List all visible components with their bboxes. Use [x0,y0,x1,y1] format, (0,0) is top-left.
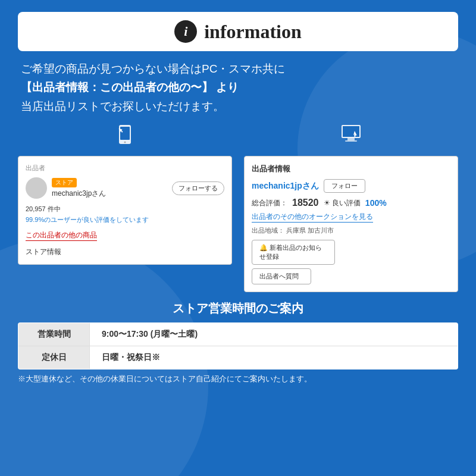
hours-label-2: 定休日 [18,346,90,369]
auction-link[interactable]: 出品者のその他のオークションを見る [252,212,373,223]
desc-line2: 【出品者情報：この出品者の他の〜】 より [21,78,455,96]
page-container: i information ご希望の商品が見つからない場合はPC・スマホ共に 【… [0,0,476,476]
mobile-panel-label: 出品者 [26,164,224,173]
hours-row-2: 定休日 日曜・祝祭日※ [18,346,458,369]
rating-row: 99.9%のユーザーが良い評価をしています [26,215,224,224]
seller-row-mobile: ストア mechanic3jpさん フォローする [26,177,224,199]
good-pct: 100% [365,198,387,208]
info-header: i information [18,12,458,51]
location-value: 兵庫県 加古川市 [286,227,334,234]
seller-name-pc: mechanic1jpさん [252,181,319,192]
svg-rect-4 [343,126,359,137]
rating-info-row: 総合評価： 18520 ☀ 良い評価 100% [252,198,450,208]
good-label: ☀ 良い評価 [324,198,361,208]
hours-row-1: 営業時間 9:00〜17:30 (月曜〜土曜) [18,323,458,346]
pc-panel-label: 出品者情報 [252,164,450,174]
info-icon: i [174,20,197,43]
hours-label-1: 営業時間 [18,323,90,346]
seller-avatar [26,177,47,199]
svg-rect-6 [345,140,357,142]
mobile-screenshot-block: 出品者 ストア mechanic3jpさん フォローする 20,957 件中 9… [18,124,232,265]
store-badge: ストア [52,178,77,187]
other-products-link[interactable]: この出品者の他の商品 [26,230,97,241]
question-button[interactable]: 出品者へ質問 [252,268,311,284]
svg-rect-1 [120,127,130,140]
page-title: information [204,21,302,43]
notice-text: ※大型連休など、その他の休業日についてはストア自己紹介にてご案内いたします。 [18,373,458,385]
store-info-link[interactable]: ストア情報 [26,247,224,257]
business-section: ストア営業時間のご案内 営業時間 9:00〜17:30 (月曜〜土曜) 定休日 … [18,300,458,385]
svg-point-2 [124,142,126,143]
pc-screenshot-block: 出品者情報 mechanic1jpさん フォロー 総合評価： 18520 ☀ 良… [244,124,458,292]
desc-line2-text: 【出品者情報：この出品者の他の〜】 より [21,81,239,93]
notify-button[interactable]: 🔔 新着出品のお知らせ登録 [252,240,335,265]
desc-line1: ご希望の商品が見つからない場合はPC・スマホ共に [21,60,455,78]
hours-table: 営業時間 9:00〜17:30 (月曜〜土曜) 定休日 日曜・祝祭日※ [18,322,458,369]
smartphone-icon [114,124,136,150]
computer-icon [339,124,363,150]
rating-label: 総合評価： [252,198,287,208]
business-title: ストア営業時間のご案内 [18,300,458,317]
description-block: ご希望の商品が見つからない場合はPC・スマホ共に 【出品者情報：この出品者の他の… [18,60,458,115]
screenshots-row: 出品者 ストア mechanic3jpさん フォローする 20,957 件中 9… [18,124,458,292]
location-row: 出品地域： 兵庫県 加古川市 [252,226,450,235]
seller-name-block: ストア mechanic3jpさん [52,178,167,199]
follow-button-mobile[interactable]: フォローする [172,181,224,195]
rating-number: 18520 [292,198,319,208]
seller-info-row-pc: mechanic1jpさん フォロー [252,179,450,193]
svg-rect-5 [347,138,355,140]
mobile-panel: 出品者 ストア mechanic3jpさん フォローする 20,957 件中 9… [18,156,232,265]
seller-name-mobile: mechanic3jpさん [52,189,167,199]
desc-line3: 当店出品リストでお探しいただけます。 [21,97,455,115]
pc-panel: 出品者情報 mechanic1jpさん フォロー 総合評価： 18520 ☀ 良… [244,156,458,292]
hours-value-1: 9:00〜17:30 (月曜〜土曜) [90,323,209,346]
count-row: 20,957 件中 [26,205,224,214]
follow-button-pc[interactable]: フォロー [324,179,365,193]
hours-value-2: 日曜・祝祭日※ [90,346,172,369]
location-label: 出品地域： [252,227,284,234]
